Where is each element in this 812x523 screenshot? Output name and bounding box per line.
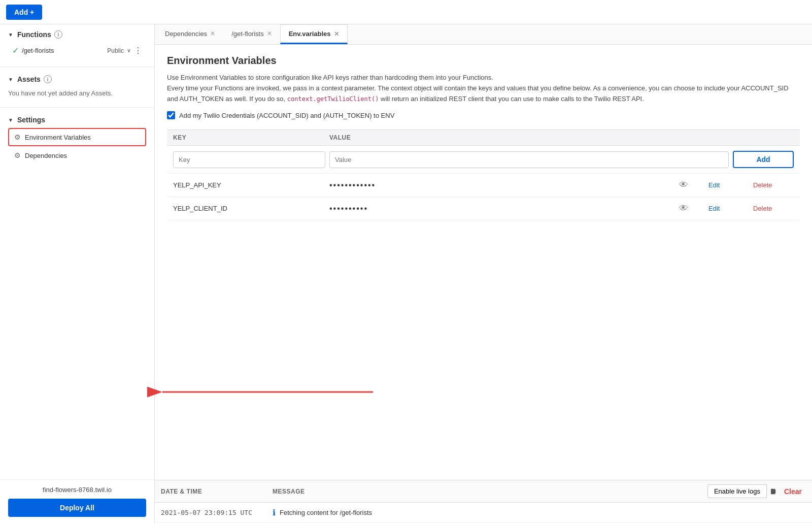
code-snippet: context.getTwilioClient() <box>287 95 379 103</box>
function-more-icon[interactable]: ⋮ <box>134 46 142 55</box>
log-timestamp-1: 2021-05-07 23:09:15 UTC <box>161 509 273 516</box>
tab-env-variables[interactable]: Env.variables ✕ <box>280 24 348 44</box>
env-panel: Environment Variables Use Environment Va… <box>155 45 812 480</box>
service-url: find-flowers-8768.twil.io <box>8 486 146 494</box>
value-input[interactable] <box>329 151 729 168</box>
env-table-header: KEY VALUE <box>167 129 800 146</box>
tab-dependencies-label: Dependencies <box>165 30 207 38</box>
tab-env-variables-close-icon[interactable]: ✕ <box>334 30 339 38</box>
settings-label: Settings <box>17 116 45 124</box>
date-time-column-header: DATE & TIME <box>161 488 273 495</box>
sidebar-divider-2 <box>0 107 154 108</box>
main-layout: ▼ Functions i ✓ /get-florists Public ∨ ⋮… <box>0 24 812 523</box>
functions-label: Functions <box>17 30 51 39</box>
function-badge: Public <box>107 47 124 54</box>
env-key-1: YELP_API_KEY <box>173 181 325 189</box>
assets-chevron-icon: ▼ <box>8 77 13 82</box>
credentials-checkbox-label: Add my Twilio Credentials (ACCOUNT_SID) … <box>179 112 394 119</box>
add-column-header <box>688 134 749 141</box>
add-env-button[interactable]: Add <box>733 151 794 168</box>
eye-icon-2[interactable]: 👁 <box>679 203 704 214</box>
settings-env-label: Environment Variables <box>25 134 91 141</box>
function-chevron-icon: ∨ <box>127 47 131 54</box>
assets-info-icon[interactable]: i <box>44 75 52 83</box>
assets-header[interactable]: ▼ Assets i <box>8 75 146 83</box>
sidebar-item-dependencies[interactable]: ⚙ Dependencies <box>8 146 146 165</box>
gear-icon-2: ⚙ <box>14 151 21 159</box>
check-icon: ✓ <box>12 46 19 55</box>
info-icon: ℹ <box>273 508 276 517</box>
functions-header[interactable]: ▼ Functions i <box>8 30 146 39</box>
credentials-checkbox-row: Add my Twilio Credentials (ACCOUNT_SID) … <box>167 111 800 119</box>
tabs-bar: Dependencies ✕ /get-florists ✕ Env.varia… <box>155 24 812 45</box>
tab-get-florists-label: /get-florists <box>231 30 264 38</box>
key-input[interactable] <box>173 151 325 168</box>
top-bar: Add + <box>0 0 812 24</box>
log-message-1: ℹ Fetching content for /get-florists <box>273 508 806 517</box>
logs-actions: Enable live logs Clear <box>707 484 806 498</box>
gear-icon: ⚙ <box>14 133 21 141</box>
env-edit-1[interactable]: Edit <box>708 181 749 189</box>
add-button[interactable]: Add + <box>6 5 42 20</box>
assets-section: ▼ Assets i You have not yet added any As… <box>0 69 154 105</box>
tab-get-florists-close-icon[interactable]: ✕ <box>267 30 272 37</box>
logs-header: DATE & TIME MESSAGE Enable live logs Cle… <box>155 480 812 503</box>
credentials-checkbox[interactable] <box>167 111 175 119</box>
settings-chevron-icon: ▼ <box>8 117 13 123</box>
env-delete-1[interactable]: Delete <box>753 181 794 189</box>
log-row-1: 2021-05-07 23:09:15 UTC ℹ Fetching conte… <box>155 503 812 523</box>
content-area: Dependencies ✕ /get-florists ✕ Env.varia… <box>155 24 812 523</box>
env-value-1: •••••••••••• <box>329 181 675 190</box>
deploy-all-button[interactable]: Deploy All <box>8 499 146 517</box>
settings-dep-label: Dependencies <box>25 152 67 159</box>
tab-dependencies-close-icon[interactable]: ✕ <box>210 30 215 37</box>
sidebar-item-env-variables[interactable]: ⚙ Environment Variables <box>8 128 146 146</box>
assets-label: Assets <box>17 75 41 83</box>
enable-live-logs-button[interactable]: Enable live logs <box>707 484 767 498</box>
tab-get-florists[interactable]: /get-florists ✕ <box>223 24 280 44</box>
env-row-1: YELP_API_KEY •••••••••••• 👁 Edit Delete <box>167 174 800 197</box>
sidebar: ▼ Functions i ✓ /get-florists Public ∨ ⋮… <box>0 24 155 523</box>
function-item[interactable]: ✓ /get-florists Public ∨ ⋮ <box>8 43 146 58</box>
env-row-2: YELP_CLIENT_ID •••••••••• 👁 Edit Delete <box>167 197 800 220</box>
settings-header[interactable]: ▼ Settings <box>8 116 146 124</box>
logs-panel: DATE & TIME MESSAGE Enable live logs Cle… <box>155 480 812 523</box>
sidebar-footer: find-flowers-8768.twil.io Deploy All <box>0 479 154 523</box>
env-description: Use Environment Variables to store confi… <box>167 73 800 104</box>
eye-icon-1[interactable]: 👁 <box>679 180 704 190</box>
assets-empty-text: You have not yet added any Assets. <box>8 87 146 99</box>
env-title: Environment Variables <box>167 55 800 67</box>
env-edit-2[interactable]: Edit <box>708 205 749 212</box>
sidebar-divider <box>0 67 154 67</box>
env-input-row: Add <box>167 146 800 174</box>
settings-section: ▼ Settings ⚙ Environment Variables ⚙ Dep… <box>0 110 154 479</box>
functions-chevron-icon: ▼ <box>8 32 13 38</box>
live-indicator <box>771 488 776 495</box>
message-column-header: MESSAGE <box>273 488 707 495</box>
functions-section: ▼ Functions i ✓ /get-florists Public ∨ ⋮ <box>0 24 154 64</box>
function-name: /get-florists <box>22 47 104 54</box>
env-key-2: YELP_CLIENT_ID <box>173 205 325 212</box>
value-column-header: VALUE <box>329 134 684 141</box>
tab-env-variables-label: Env.variables <box>289 30 331 38</box>
functions-info-icon[interactable]: i <box>54 30 62 39</box>
env-value-2: •••••••••• <box>329 204 675 213</box>
env-delete-2[interactable]: Delete <box>753 205 794 212</box>
tab-dependencies[interactable]: Dependencies ✕ <box>157 24 223 44</box>
clear-logs-button[interactable]: Clear <box>780 487 806 496</box>
key-column-header: KEY <box>173 134 325 141</box>
